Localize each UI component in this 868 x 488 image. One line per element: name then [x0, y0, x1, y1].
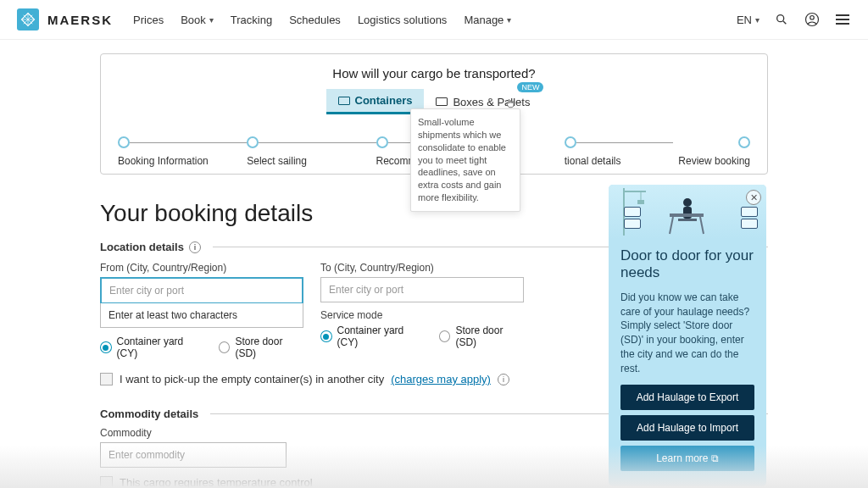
box-icon	[741, 207, 758, 217]
card-illustration: ✕	[609, 185, 766, 239]
door-to-door-card: ✕ Door to door for your needs Did you kn…	[609, 185, 766, 486]
svg-point-3	[810, 16, 815, 20]
to-service-mode: Container yard (CY) Store door (SD)	[320, 324, 524, 348]
to-label: To (City, Country/Region)	[320, 262, 524, 274]
header-actions: EN▾	[737, 11, 851, 28]
add-haulage-export-button[interactable]: Add Haulage to Export	[620, 385, 754, 410]
nav-book[interactable]: Book▾	[181, 14, 214, 26]
maersk-logo-icon[interactable]	[17, 8, 39, 30]
search-icon[interactable]	[773, 11, 790, 28]
service-mode-label: Service mode	[320, 309, 524, 321]
from-service-mode: Container yard (CY) Store door (SD)	[100, 336, 303, 359]
main-nav: Prices Book▾ Tracking Schedules Logistic…	[133, 14, 511, 26]
brand-name: MAERSK	[47, 13, 113, 27]
svg-line-13	[700, 217, 704, 234]
container-icon	[338, 97, 350, 105]
box-icon	[624, 207, 641, 217]
desk-icon	[644, 202, 729, 236]
autocomplete-hint: Enter at least two characters	[100, 303, 303, 328]
pickup-other-city-checkbox[interactable]	[100, 373, 113, 385]
chevron-down-icon: ▾	[755, 15, 760, 25]
step-select-sailing[interactable]: Select sailing	[247, 136, 376, 148]
close-icon[interactable]: ✕	[746, 190, 761, 205]
svg-line-1	[783, 21, 786, 24]
boxes-icon	[436, 97, 448, 106]
step-additional-details[interactable]: tional details	[505, 136, 673, 148]
from-city-input[interactable]	[100, 277, 303, 304]
chevron-down-icon: ▾	[209, 15, 214, 25]
step-review-booking[interactable]: Review booking	[673, 136, 750, 148]
new-badge: NEW	[517, 82, 543, 92]
commodity-input[interactable]	[100, 442, 287, 468]
chevron-down-icon: ▾	[507, 15, 511, 25]
from-label: From (City, Country/Region)	[100, 262, 303, 274]
box-icon	[741, 219, 758, 229]
pickup-text: I want to pick-up the empty container(s)…	[120, 373, 384, 385]
card-body: Door to door for your needs Did you know…	[609, 239, 766, 486]
account-icon[interactable]	[804, 11, 821, 28]
info-icon[interactable]: i	[498, 374, 509, 385]
language-selector[interactable]: EN▾	[737, 14, 760, 26]
nav-logistics[interactable]: Logistics solutions	[358, 14, 448, 26]
from-sd-radio[interactable]: Store door (SD)	[219, 336, 303, 359]
from-cy-radio[interactable]: Container yard (CY)	[100, 336, 203, 359]
svg-point-0	[777, 15, 784, 22]
svg-rect-7	[637, 200, 644, 204]
svg-line-12	[670, 217, 673, 234]
add-haulage-import-button[interactable]: Add Haulage to Import	[620, 415, 754, 441]
menu-icon[interactable]	[834, 11, 851, 28]
info-icon[interactable]: i	[189, 241, 201, 253]
card-title: Door to door for your needs	[620, 247, 754, 282]
boxes-pallets-tooltip: Small-volume shipments which we consolid…	[410, 108, 520, 212]
transport-title: How will your cargo be transported?	[118, 66, 750, 80]
learn-more-button[interactable]: Learn more ⧉	[620, 446, 754, 471]
charges-link[interactable]: (charges may apply)	[391, 373, 491, 385]
top-header: MAERSK Prices Book▾ Tracking Schedules L…	[0, 0, 868, 40]
card-text: Did you know we can take care of your ha…	[620, 291, 754, 376]
nav-schedules[interactable]: Schedules	[289, 14, 341, 26]
nav-manage[interactable]: Manage▾	[464, 14, 511, 26]
to-cy-radio[interactable]: Container yard (CY)	[320, 324, 424, 348]
temperature-control-checkbox[interactable]	[100, 476, 113, 488]
to-city-input[interactable]	[320, 277, 524, 302]
to-sd-radio[interactable]: Store door (SD)	[439, 324, 524, 348]
step-booking-info[interactable]: Booking Information	[118, 136, 247, 148]
nav-tracking[interactable]: Tracking	[231, 14, 272, 26]
svg-rect-11	[670, 214, 704, 217]
from-field-group: From (City, Country/Region) Enter at lea…	[100, 262, 303, 359]
box-icon	[624, 219, 641, 229]
nav-prices[interactable]: Prices	[133, 14, 164, 26]
cursor-hand-icon	[504, 97, 516, 109]
to-field-group: To (City, Country/Region) Service mode C…	[320, 262, 524, 359]
